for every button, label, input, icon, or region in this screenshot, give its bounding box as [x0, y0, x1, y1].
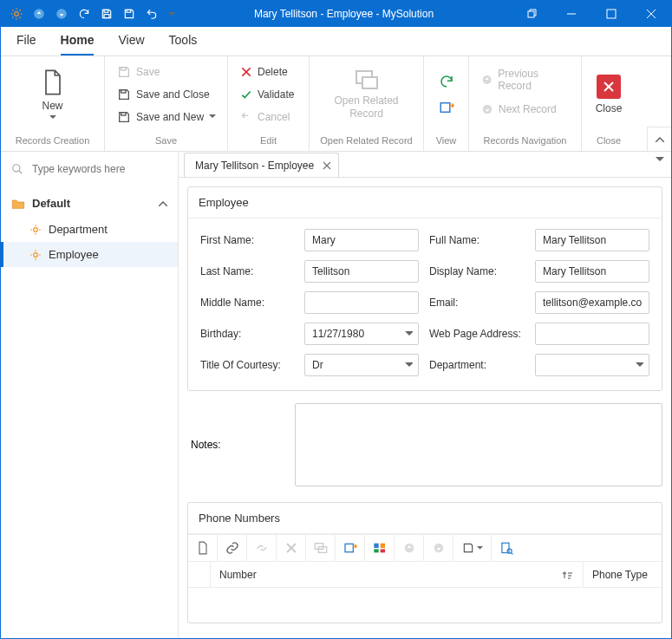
undo-icon[interactable] [141, 2, 162, 26]
save-and-close-button[interactable]: Save and Close [114, 84, 213, 105]
group-save: Save [105, 132, 227, 151]
notes-field[interactable] [295, 403, 662, 486]
phone-numbers-panel: Phone Numbers [187, 502, 662, 623]
arrow-up-circle-icon [403, 542, 415, 554]
nav-item-department[interactable]: Department [1, 217, 178, 242]
tabstrip-options-button[interactable] [656, 157, 664, 162]
middle-name-field[interactable] [304, 291, 419, 314]
grid-selector-column[interactable] [188, 562, 211, 587]
title-courtesy-field[interactable] [304, 354, 419, 376]
tab-tools[interactable]: Tools [169, 33, 198, 55]
save-close-label: Save and Close [136, 88, 210, 101]
move-down-button[interactable] [424, 535, 453, 561]
app-window: Mary Tellitson - Employee - MySolution F… [0, 0, 672, 639]
save-close-icon[interactable] [119, 2, 140, 26]
delete-phone-button[interactable] [277, 535, 306, 561]
gear-icon[interactable] [6, 2, 27, 26]
nav-tree: Default Department Employee [1, 186, 178, 638]
svg-rect-49 [345, 544, 353, 551]
birthday-field[interactable] [304, 323, 419, 345]
display-name-field[interactable] [535, 260, 649, 283]
detail-scroll-area[interactable]: Employee First Name: Full Name: Last Nam… [179, 178, 671, 638]
related-record-icon [354, 68, 380, 91]
link-button[interactable] [218, 535, 247, 561]
svg-rect-14 [528, 11, 534, 17]
tab-view[interactable]: View [118, 33, 144, 55]
layout-button[interactable] [365, 535, 395, 561]
chevron-down-icon [49, 115, 56, 120]
refresh-view-button[interactable] [439, 74, 454, 89]
close-window-icon[interactable] [631, 1, 671, 27]
save-button[interactable]: Save [114, 62, 163, 82]
email-field[interactable] [535, 291, 649, 314]
employee-panel-header: Employee [188, 187, 662, 218]
tab-home[interactable]: Home [61, 33, 95, 55]
maximize-icon[interactable] [591, 1, 631, 27]
qat-dropdown-icon[interactable] [164, 2, 176, 26]
refresh-icon [439, 74, 454, 89]
group-view: View [424, 132, 468, 151]
chevron-down-icon[interactable] [636, 362, 643, 368]
check-icon [240, 88, 252, 101]
middle-name-label: Middle Name: [200, 297, 294, 309]
open-record-button[interactable] [336, 535, 365, 561]
department-field[interactable] [535, 354, 649, 376]
close-record-button[interactable]: Close [589, 75, 629, 114]
delete-button[interactable]: Delete [237, 62, 291, 82]
minimize-icon[interactable] [551, 1, 591, 27]
save-and-new-button[interactable]: Save and New [114, 107, 219, 127]
svg-rect-26 [440, 102, 450, 112]
save-layout-button[interactable] [453, 535, 492, 561]
document-tab[interactable]: Mary Tellitson - Employee [184, 153, 339, 177]
save-icon [117, 65, 131, 79]
reset-view-button[interactable] [439, 100, 454, 115]
next-record-button[interactable]: Next Record [478, 99, 560, 120]
save-icon[interactable] [96, 2, 117, 26]
new-button[interactable]: New [14, 68, 92, 120]
close-tab-icon[interactable] [323, 161, 331, 170]
svg-point-38 [34, 252, 38, 257]
find-button[interactable] [492, 535, 521, 561]
refresh-icon[interactable] [74, 2, 95, 26]
cancel-button[interactable]: Cancel [237, 107, 293, 127]
navigation-sidebar: Default Department Employee [1, 152, 179, 638]
web-label: Web Page Address: [429, 328, 525, 340]
mdi-restore-icon[interactable] [512, 1, 551, 27]
open-record-icon [343, 542, 357, 554]
unlink-button[interactable] [247, 535, 277, 561]
arrow-down-circle-icon[interactable] [51, 2, 72, 26]
clone-button[interactable] [306, 535, 336, 561]
save-icon [462, 542, 474, 554]
last-name-field[interactable] [304, 260, 419, 283]
previous-record-button[interactable]: Previous Record [478, 69, 574, 90]
phone-grid-body[interactable] [188, 588, 662, 623]
new-document-icon [41, 68, 65, 96]
full-name-field[interactable] [535, 229, 649, 251]
quick-access-toolbar [1, 2, 176, 26]
arrow-up-circle-icon[interactable] [29, 2, 49, 26]
nav-item-employee[interactable]: Employee [1, 242, 178, 267]
new-phone-button[interactable] [188, 535, 218, 561]
search-input[interactable] [30, 162, 167, 176]
chevron-down-icon[interactable] [405, 331, 413, 336]
move-up-button[interactable] [395, 535, 424, 561]
email-label: Email: [429, 297, 525, 309]
svg-rect-56 [501, 543, 508, 552]
web-field[interactable] [535, 323, 649, 345]
column-phone-type[interactable]: Phone Type [584, 562, 662, 587]
display-name-label: Display Name: [429, 265, 525, 277]
close-label: Close [596, 102, 623, 114]
validate-button[interactable]: Validate [237, 84, 297, 105]
open-related-record-button[interactable]: Open Related Record [319, 68, 414, 120]
tab-file[interactable]: File [16, 33, 36, 55]
folder-open-icon [11, 198, 25, 210]
nav-folder-default[interactable]: Default [1, 190, 178, 217]
svg-rect-52 [374, 549, 378, 552]
first-name-field[interactable] [304, 229, 419, 251]
open-related-label: Open Related Record [319, 95, 414, 120]
group-edit: Edit [228, 132, 309, 151]
search-box[interactable] [1, 152, 178, 186]
chevron-down-icon[interactable] [405, 362, 413, 368]
ribbon-collapse-button[interactable] [647, 127, 671, 151]
column-number[interactable]: Number [211, 562, 584, 587]
